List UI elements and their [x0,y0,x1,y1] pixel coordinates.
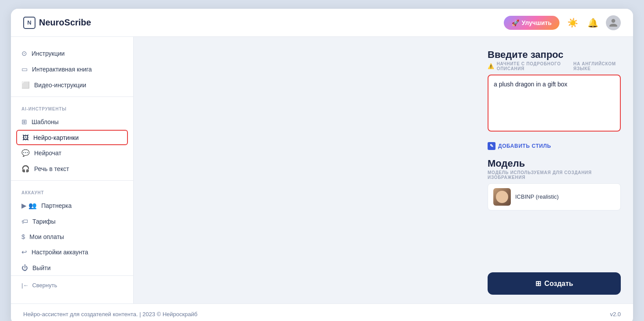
right-panel: Введите запрос ⚠️ НАЧНИТЕ С ПОДРОБНОГО О… [475,37,633,303]
sidebar-divider-2 [11,180,133,181]
create-icon: ⊞ [535,279,541,288]
sidebar-item-neuro-chat[interactable]: 💬 Нейрочат [11,145,133,161]
rocket-icon: 🚀 [512,19,519,26]
sidebar-item-account-settings[interactable]: ↩ Настройки аккаунта [11,244,133,260]
tariffs-icon: 🏷 [21,218,28,225]
sidebar-section-account: АККАУНТ [11,184,133,198]
sidebar-item-tariffs[interactable]: 🏷 Тарифы [11,214,133,229]
sidebar-item-neuro-pictures[interactable]: 🖼 Нейро-картинки [16,130,128,145]
sidebar-item-logout[interactable]: ⏻ Выйти [11,260,133,275]
sidebar-item-video-instructions[interactable]: ⬜ Видео-инструкции [11,77,133,93]
instructions-icon: ⊙ [21,50,27,57]
add-style-section: ✎ добавить стиль [488,141,621,150]
sidebar: ⊙ Инструкции ▭ Интерактивная книга ⬜ Вид… [11,37,134,303]
collapse-icon: |← [21,282,28,289]
sidebar-item-partner[interactable]: ▶ 👥 Партнерка [11,198,133,214]
style-icon: ✎ [488,142,495,150]
sidebar-collapse[interactable]: |← Свернуть [11,275,133,295]
prompt-section: Введите запрос ⚠️ НАЧНИТЕ С ПОДРОБНОГО О… [488,49,621,133]
warning-icon: ⚠️ [488,63,495,69]
book-icon: ▭ [21,65,28,73]
model-thumbnail [493,188,511,206]
sidebar-item-interactive-book[interactable]: ▭ Интерактивная книга [11,61,133,77]
header-right: 🚀 Улучшить ☀️ 🔔 [504,15,621,30]
footer-version: v2.0 [610,311,621,317]
prompt-section-title: Введите запрос [488,49,621,61]
logo-icon: N [23,17,35,29]
headphones-icon: 🎧 [21,165,30,173]
app-container: N NeuroScribe 🚀 Улучшить ☀️ 🔔 ⊙ Инструкц… [11,9,633,321]
chat-icon: 💬 [21,149,30,157]
sidebar-section-ai: AI-ИНСТРУМЕНТЫ [11,100,133,114]
create-button[interactable]: ⊞ Создать [488,272,621,295]
model-name: ICBINP (realistic) [515,193,559,200]
footer-text: Нейро-ассистент для создателей контента.… [23,311,198,317]
add-style-button[interactable]: ✎ добавить стиль [488,142,551,150]
sidebar-item-instructions[interactable]: ⊙ Инструкции [11,46,133,61]
model-section-subtitle: МОДЕЛЬ ИСПОЛЬЗУЕМАЯ ДЛЯ СОЗДАНИЯ ИЗОБРАЖ… [488,170,621,180]
sidebar-item-templates[interactable]: ⊞ Шаблоны [11,114,133,130]
footer: Нейро-ассистент для создателей контента.… [11,303,633,321]
prompt-input[interactable]: a plush dragon in a gift box [488,75,621,132]
sidebar-item-payments[interactable]: $ Мои оплаты [11,229,133,244]
logo-text: NeuroScribe [39,18,91,28]
notifications-button[interactable]: 🔔 [586,16,600,30]
upgrade-button[interactable]: 🚀 Улучшить [504,16,559,30]
templates-icon: ⊞ [21,118,27,126]
header: N NeuroScribe 🚀 Улучшить ☀️ 🔔 [11,9,633,37]
settings-icon: ↩ [21,248,27,256]
logout-icon: ⏻ [21,264,28,271]
model-section: Модель МОДЕЛЬ ИСПОЛЬЗУЕМАЯ ДЛЯ СОЗДАНИЯ … [488,158,621,210]
video-icon: ⬜ [21,81,30,89]
main-body: ⊙ Инструкции ▭ Интерактивная книга ⬜ Вид… [11,37,633,303]
logo: N NeuroScribe [23,17,91,29]
center-area [134,37,475,303]
avatar[interactable] [606,15,621,30]
model-section-title: Модель [488,158,621,169]
sidebar-item-speech-to-text[interactable]: 🎧 Речь в текст [11,161,133,177]
partner-icon: ▶ 👥 [21,202,37,210]
theme-toggle-button[interactable]: ☀️ [566,16,580,30]
model-selector[interactable]: ICBINP (realistic) [488,183,621,210]
prompt-section-subtitle: ⚠️ НАЧНИТЕ С ПОДРОБНОГО ОПИСАНИЯ НА АНГЛ… [488,61,621,71]
payments-icon: $ [21,233,25,240]
sidebar-divider-1 [11,96,133,97]
neuro-pictures-icon: 🖼 [22,134,29,141]
